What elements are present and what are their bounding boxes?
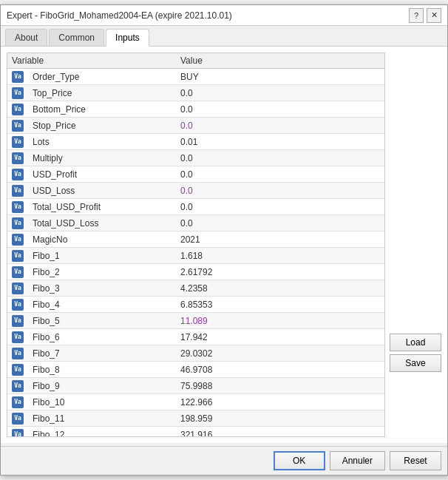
variable-name: USD_Loss [28,183,176,199]
cancel-button[interactable]: Annuler [330,451,385,470]
variable-value: 0.0 [176,101,384,118]
variable-value: 6.85353 [176,297,384,313]
table-row[interactable]: VaMultiply0.0 [7,150,384,166]
variable-name: Order_Type [28,69,176,85]
variable-value: 17.942 [176,329,384,345]
tab-inputs[interactable]: Inputs [106,29,149,47]
variable-type-icon: Va [12,396,24,408]
variable-name: MagicNo [28,231,176,248]
variable-name: Fibo_10 [28,394,176,410]
variable-value: 321.916 [176,427,384,438]
variable-type-icon: Va [12,380,24,392]
row-icon-cell: Va [7,427,28,438]
variable-type-icon: Va [12,120,24,132]
row-icon-cell: Va [7,101,28,118]
tab-about[interactable]: About [5,29,47,46]
variable-type-icon: Va [12,234,24,246]
row-icon-cell: Va [7,199,28,215]
variable-name: Fibo_5 [28,313,176,329]
row-icon-cell: Va [7,166,28,183]
table-row[interactable]: VaFibo_46.85353 [7,297,384,313]
variable-name: USD_Profit [28,166,176,183]
variable-value: 0.0 [176,118,384,134]
side-buttons: Load Save [390,53,441,372]
variable-type-icon: Va [12,429,24,437]
variable-type-icon: Va [12,87,24,99]
table-row[interactable]: VaTotal_USD_Loss0.0 [7,215,384,231]
content-area: Variable Value VaOrder_TypeBUYVaTop_Pric… [1,47,447,443]
table-body: VaOrder_TypeBUYVaTop_Price0.0VaBottom_Pr… [7,69,384,438]
ok-button[interactable]: OK [274,451,325,470]
table-row[interactable]: VaOrder_TypeBUY [7,69,384,85]
row-icon-cell: Va [7,280,28,297]
variable-name: Fibo_7 [28,345,176,362]
title-bar-left: Expert - FiboGrid_Mohamed2004-EA (expire… [7,10,232,21]
table-row[interactable]: VaFibo_11.618 [7,248,384,264]
help-button[interactable]: ? [409,8,424,23]
variable-value: 0.0 [176,166,384,183]
table-row[interactable]: VaTop_Price0.0 [7,85,384,101]
main-window: Expert - FiboGrid_Mohamed2004-EA (expire… [0,4,448,476]
table-row[interactable]: VaFibo_12321.916 [7,427,384,438]
save-button[interactable]: Save [390,354,441,372]
variable-value: 1.618 [176,248,384,264]
col-header-variable: Variable [7,53,176,69]
table-row[interactable]: VaFibo_34.2358 [7,280,384,297]
variable-name: Top_Price [28,85,176,101]
variable-type-icon: Va [12,299,24,311]
table-row[interactable]: VaFibo_10122.966 [7,394,384,410]
variable-name: Fibo_6 [28,329,176,345]
table-row[interactable]: VaStop_Price0.0 [7,118,384,134]
row-icon-cell: Va [7,297,28,313]
table-row[interactable]: VaFibo_729.0302 [7,345,384,362]
variable-type-icon: Va [12,136,24,148]
table-row[interactable]: VaLots0.01 [7,134,384,150]
row-icon-cell: Va [7,134,28,150]
load-button[interactable]: Load [390,334,441,351]
variable-name: Total_USD_Profit [28,199,176,215]
variable-value: 46.9708 [176,362,384,378]
variable-name: Bottom_Price [28,101,176,118]
table-row[interactable]: VaUSD_Loss0.0 [7,183,384,199]
variable-value: 198.959 [176,410,384,427]
row-icon-cell: Va [7,410,28,427]
table-row[interactable]: VaFibo_511.089 [7,313,384,329]
row-icon-cell: Va [7,264,28,280]
variable-type-icon: Va [12,413,24,425]
row-icon-cell: Va [7,85,28,101]
row-icon-cell: Va [7,362,28,378]
row-icon-cell: Va [7,248,28,264]
close-button[interactable]: ✕ [427,8,441,23]
variable-value: 11.089 [176,313,384,329]
table-row[interactable]: VaFibo_975.9988 [7,378,384,394]
variable-value: 0.0 [176,215,384,231]
variable-type-icon: Va [12,331,24,343]
variable-type-icon: Va [12,104,24,115]
row-icon-cell: Va [7,183,28,199]
variable-value: 0.0 [176,85,384,101]
reset-button[interactable]: Reset [390,451,441,470]
table-row[interactable]: VaMagicNo2021 [7,231,384,248]
variable-name: Fibo_4 [28,297,176,313]
variable-type-icon: Va [12,348,24,359]
variable-value: 2.61792 [176,264,384,280]
variable-value: 0.0 [176,199,384,215]
variable-value: 4.2358 [176,280,384,297]
tab-common[interactable]: Common [49,29,104,46]
variable-type-icon: Va [12,364,24,376]
table-row[interactable]: VaFibo_22.61792 [7,264,384,280]
table-row[interactable]: VaFibo_617.942 [7,329,384,345]
table-row[interactable]: VaFibo_11198.959 [7,410,384,427]
variable-value: 0.01 [176,134,384,150]
variable-value: 0.0 [176,150,384,166]
table-row[interactable]: VaTotal_USD_Profit0.0 [7,199,384,215]
table-row[interactable]: VaFibo_846.9708 [7,362,384,378]
variable-name: Fibo_8 [28,362,176,378]
variable-type-icon: Va [12,201,24,213]
variable-name: Fibo_9 [28,378,176,394]
table-row[interactable]: VaUSD_Profit0.0 [7,166,384,183]
variable-name: Total_USD_Loss [28,215,176,231]
table-row[interactable]: VaBottom_Price0.0 [7,101,384,118]
row-icon-cell: Va [7,345,28,362]
variable-type-icon: Va [12,71,24,83]
